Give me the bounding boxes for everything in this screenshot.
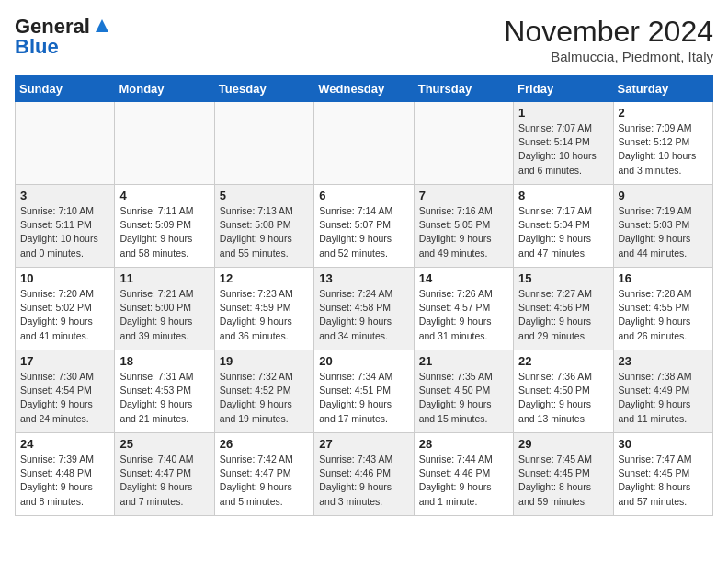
page-header: General Blue November 2024 Balmuccia, Pi… [15,15,713,64]
logo-blue: Blue [15,35,59,59]
calendar-cell: 26Sunrise: 7:42 AM Sunset: 4:47 PM Dayli… [214,433,313,516]
title-block: November 2024 Balmuccia, Piedmont, Italy [504,15,713,64]
calendar-cell: 10Sunrise: 7:20 AM Sunset: 5:02 PM Dayli… [16,268,115,350]
calendar-cell: 18Sunrise: 7:31 AM Sunset: 4:53 PM Dayli… [115,350,214,433]
logo: General Blue [15,15,112,59]
calendar-cell: 21Sunrise: 7:35 AM Sunset: 4:50 PM Dayli… [414,350,513,433]
day-info: Sunrise: 7:11 AM Sunset: 5:09 PM Dayligh… [119,204,209,260]
calendar-header-sunday: Sunday [16,76,115,102]
day-info: Sunrise: 7:42 AM Sunset: 4:47 PM Dayligh… [220,453,309,509]
day-number: 25 [119,437,209,451]
day-number: 15 [518,271,608,285]
day-number: 1 [518,106,608,120]
calendar-cell: 15Sunrise: 7:27 AM Sunset: 4:56 PM Dayli… [514,268,613,350]
calendar-week-row: 10Sunrise: 7:20 AM Sunset: 5:02 PM Dayli… [16,268,713,350]
day-number: 8 [518,189,608,202]
calendar-week-row: 17Sunrise: 7:30 AM Sunset: 4:54 PM Dayli… [16,350,713,433]
day-number: 29 [518,437,608,451]
day-info: Sunrise: 7:16 AM Sunset: 5:05 PM Dayligh… [419,204,508,260]
day-info: Sunrise: 7:28 AM Sunset: 4:55 PM Dayligh… [619,287,708,343]
day-number: 30 [619,437,708,451]
calendar-cell: 6Sunrise: 7:14 AM Sunset: 5:07 PM Daylig… [314,185,414,268]
day-info: Sunrise: 7:14 AM Sunset: 5:07 PM Dayligh… [319,204,408,260]
day-info: Sunrise: 7:32 AM Sunset: 4:52 PM Dayligh… [220,370,309,426]
day-info: Sunrise: 7:20 AM Sunset: 5:02 PM Dayligh… [20,287,109,343]
day-number: 7 [419,189,508,202]
calendar-cell: 30Sunrise: 7:47 AM Sunset: 4:45 PM Dayli… [613,433,712,516]
day-number: 2 [619,106,708,120]
day-info: Sunrise: 7:45 AM Sunset: 4:45 PM Dayligh… [518,453,608,509]
day-number: 14 [419,271,508,285]
day-info: Sunrise: 7:09 AM Sunset: 5:12 PM Dayligh… [619,121,708,178]
calendar-cell [115,102,214,185]
calendar-cell: 2Sunrise: 7:09 AM Sunset: 5:12 PM Daylig… [613,102,712,185]
day-number: 10 [20,271,109,285]
day-number: 23 [619,354,708,368]
day-number: 21 [419,354,508,368]
day-info: Sunrise: 7:35 AM Sunset: 4:50 PM Dayligh… [419,370,508,426]
day-info: Sunrise: 7:43 AM Sunset: 4:46 PM Dayligh… [319,453,408,509]
day-info: Sunrise: 7:13 AM Sunset: 5:08 PM Dayligh… [220,204,309,260]
day-info: Sunrise: 7:31 AM Sunset: 4:53 PM Dayligh… [119,370,209,426]
calendar-cell: 29Sunrise: 7:45 AM Sunset: 4:45 PM Dayli… [514,433,613,516]
calendar-cell: 3Sunrise: 7:10 AM Sunset: 5:11 PM Daylig… [16,185,115,268]
day-info: Sunrise: 7:07 AM Sunset: 5:14 PM Dayligh… [518,121,608,178]
day-info: Sunrise: 7:24 AM Sunset: 4:58 PM Dayligh… [319,287,408,343]
day-info: Sunrise: 7:38 AM Sunset: 4:49 PM Dayligh… [619,370,708,426]
calendar-cell: 8Sunrise: 7:17 AM Sunset: 5:04 PM Daylig… [514,185,613,268]
day-number: 27 [319,437,408,451]
calendar-cell: 25Sunrise: 7:40 AM Sunset: 4:47 PM Dayli… [115,433,214,516]
day-number: 20 [319,354,408,368]
day-number: 6 [319,189,408,202]
calendar-cell: 1Sunrise: 7:07 AM Sunset: 5:14 PM Daylig… [514,102,613,185]
day-number: 4 [119,189,209,202]
day-number: 13 [319,271,408,285]
day-number: 9 [619,189,708,202]
calendar-cell: 4Sunrise: 7:11 AM Sunset: 5:09 PM Daylig… [115,185,214,268]
day-info: Sunrise: 7:19 AM Sunset: 5:03 PM Dayligh… [619,204,708,260]
location-subtitle: Balmuccia, Piedmont, Italy [504,49,713,64]
calendar-cell: 28Sunrise: 7:44 AM Sunset: 4:46 PM Dayli… [414,433,513,516]
calendar-cell: 24Sunrise: 7:39 AM Sunset: 4:48 PM Dayli… [16,433,115,516]
calendar-cell: 13Sunrise: 7:24 AM Sunset: 4:58 PM Dayli… [314,268,414,350]
day-number: 16 [619,271,708,285]
day-info: Sunrise: 7:21 AM Sunset: 5:00 PM Dayligh… [119,287,209,343]
calendar-header-thursday: Thursday [414,76,513,102]
day-number: 3 [20,189,109,202]
calendar-cell [214,102,313,185]
calendar-header-row: SundayMondayTuesdayWednesdayThursdayFrid… [16,76,713,102]
day-number: 18 [119,354,209,368]
calendar-cell: 11Sunrise: 7:21 AM Sunset: 5:00 PM Dayli… [115,268,214,350]
calendar-week-row: 1Sunrise: 7:07 AM Sunset: 5:14 PM Daylig… [16,102,713,185]
calendar-table: SundayMondayTuesdayWednesdayThursdayFrid… [15,75,713,516]
calendar-header-tuesday: Tuesday [214,76,313,102]
day-info: Sunrise: 7:47 AM Sunset: 4:45 PM Dayligh… [619,453,708,509]
calendar-cell: 27Sunrise: 7:43 AM Sunset: 4:46 PM Dayli… [314,433,414,516]
logo-icon [92,16,112,36]
calendar-header-saturday: Saturday [613,76,712,102]
day-info: Sunrise: 7:44 AM Sunset: 4:46 PM Dayligh… [419,453,508,509]
day-number: 11 [119,271,209,285]
calendar-cell: 5Sunrise: 7:13 AM Sunset: 5:08 PM Daylig… [214,185,313,268]
calendar-cell: 19Sunrise: 7:32 AM Sunset: 4:52 PM Dayli… [214,350,313,433]
day-info: Sunrise: 7:17 AM Sunset: 5:04 PM Dayligh… [518,204,608,260]
day-info: Sunrise: 7:26 AM Sunset: 4:57 PM Dayligh… [419,287,508,343]
calendar-cell: 9Sunrise: 7:19 AM Sunset: 5:03 PM Daylig… [613,185,712,268]
day-info: Sunrise: 7:30 AM Sunset: 4:54 PM Dayligh… [20,370,109,426]
calendar-cell [414,102,513,185]
calendar-cell [314,102,414,185]
calendar-header-monday: Monday [115,76,214,102]
day-number: 22 [518,354,608,368]
day-number: 17 [20,354,109,368]
day-info: Sunrise: 7:36 AM Sunset: 4:50 PM Dayligh… [518,370,608,426]
day-number: 28 [419,437,508,451]
day-info: Sunrise: 7:39 AM Sunset: 4:48 PM Dayligh… [20,453,109,509]
day-number: 12 [220,271,309,285]
day-info: Sunrise: 7:27 AM Sunset: 4:56 PM Dayligh… [518,287,608,343]
day-info: Sunrise: 7:40 AM Sunset: 4:47 PM Dayligh… [119,453,209,509]
calendar-week-row: 24Sunrise: 7:39 AM Sunset: 4:48 PM Dayli… [16,433,713,516]
day-info: Sunrise: 7:23 AM Sunset: 4:59 PM Dayligh… [220,287,309,343]
calendar-cell: 14Sunrise: 7:26 AM Sunset: 4:57 PM Dayli… [414,268,513,350]
calendar-cell: 22Sunrise: 7:36 AM Sunset: 4:50 PM Dayli… [514,350,613,433]
day-number: 19 [220,354,309,368]
